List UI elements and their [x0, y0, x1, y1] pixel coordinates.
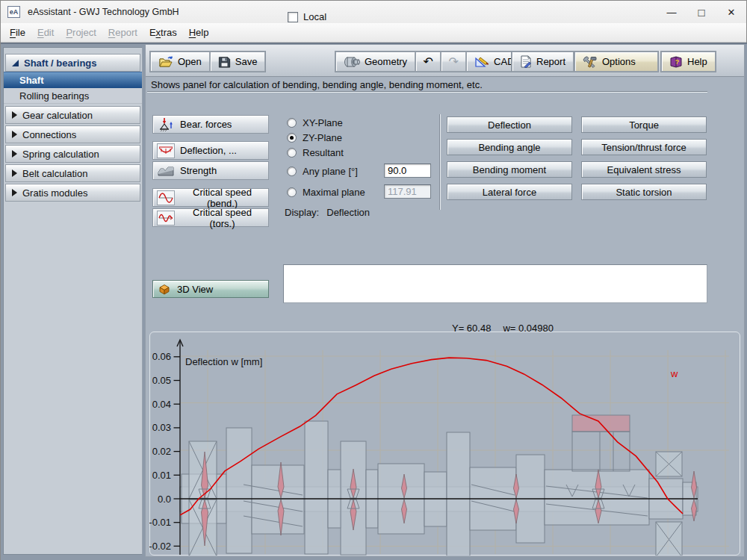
options-tools-icon: [583, 56, 598, 68]
sidebar-item-rolling-bearings[interactable]: Rolling bearings: [4, 88, 142, 104]
bearing-forces-icon: [157, 117, 175, 132]
sidebar-item-gear-calculation[interactable]: Gear calculation: [5, 106, 140, 124]
y-tick-label: -0.01: [149, 517, 171, 528]
radio-circle-selected[interactable]: [287, 133, 297, 143]
deflection-icon: [157, 143, 175, 158]
display-row: Display: Deflection: [285, 207, 370, 218]
options-button-group: Options: [574, 51, 659, 72]
local-checkbox[interactable]: [288, 12, 298, 22]
critical-speed-bending-button[interactable]: Critical speed (bend.): [152, 188, 269, 207]
y-tick-label: -0.02: [149, 541, 171, 552]
file-button-group: Open Save: [149, 51, 266, 72]
y-tick-label: 0.04: [152, 399, 171, 410]
sidebar-item-shaft[interactable]: Shaft: [4, 72, 142, 88]
y-tick-label: 0.02: [152, 446, 171, 457]
report-button-group: Report: [511, 51, 574, 72]
edit-button-group: Geometry ↶ ↷ CAD: [335, 51, 524, 72]
result-button-grid: DeflectionTorqueBending angleTension/thr…: [447, 116, 707, 200]
radio-xy-plane[interactable]: XY-Plane: [287, 117, 343, 128]
result-static-torsion-button[interactable]: Static torsion: [581, 184, 707, 200]
save-button[interactable]: Save: [210, 52, 266, 72]
y-tick-label: 0.01: [152, 470, 171, 481]
redo-button[interactable]: ↷: [441, 52, 466, 72]
radio-circle[interactable]: [287, 118, 297, 128]
undo-button[interactable]: ↶: [415, 52, 441, 72]
message-box: [283, 264, 707, 303]
radio-circle[interactable]: [287, 148, 297, 158]
menu-item-report[interactable]: Report: [102, 24, 143, 41]
window-title: eAssistant - GWJ Technology GmbH: [28, 7, 179, 17]
sidebar-item-connections[interactable]: Connections: [5, 125, 140, 143]
display-value: Deflection: [326, 207, 370, 218]
sidebar-item-label: Shaft / bearings: [24, 57, 97, 69]
result-tension-thrust-force-button[interactable]: Tension/thrust force: [581, 139, 707, 155]
cad-icon: [474, 56, 489, 68]
critical-speed-torsion-button[interactable]: Critical speed (tors.): [152, 208, 269, 227]
critical-speed-torsion-icon: [157, 211, 175, 225]
chevron-right-icon: [12, 111, 17, 119]
menu-bar: FileEditProjectReportExtrasHelp: [1, 23, 746, 43]
local-checkbox-row: Local: [288, 11, 326, 22]
options-button[interactable]: Options: [574, 52, 658, 72]
help-book-icon: ?: [669, 56, 683, 68]
result-lateral-force-button[interactable]: Lateral force: [447, 184, 572, 200]
local-checkbox-label: Local: [303, 11, 326, 22]
radio-circle[interactable]: [287, 167, 297, 176]
menu-item-project[interactable]: Project: [60, 24, 102, 41]
radio-zy-plane[interactable]: ZY-Plane: [287, 132, 342, 143]
sidebar-item-label: Rolling bearings: [19, 90, 89, 102]
menu-item-extras[interactable]: Extras: [143, 24, 183, 41]
bear-forces-button[interactable]: Bear. forces: [152, 115, 269, 134]
y-tick-label: 0.06: [152, 351, 171, 362]
series-label: w: [670, 368, 678, 379]
maximize-button[interactable]: □: [686, 1, 716, 23]
report-button[interactable]: Report: [512, 52, 574, 72]
help-button[interactable]: ? Help: [661, 52, 716, 72]
sidebar-item-label: Spring calculation: [22, 149, 99, 160]
status-description: Shows panel for calculation of bending, …: [151, 79, 483, 90]
sidebar-item-label: Belt calculation: [22, 168, 87, 179]
result-torque-button[interactable]: Torque: [581, 116, 707, 133]
open-folder-icon: [158, 56, 173, 68]
3d-view-button[interactable]: 3D View: [152, 280, 269, 298]
menu-item-edit[interactable]: Edit: [31, 24, 60, 41]
geometry-button[interactable]: Geometry: [335, 52, 415, 72]
menu-item-file[interactable]: File: [4, 24, 31, 41]
sidebar-item-label: Gear calculation: [22, 110, 93, 121]
y-tick-label: 0.05: [152, 375, 171, 386]
result-bending-angle-button[interactable]: Bending angle: [447, 139, 572, 155]
app-icon: eA: [7, 6, 20, 18]
radio-resultant[interactable]: Resultant: [287, 147, 344, 158]
menu-item-help[interactable]: Help: [183, 24, 215, 41]
geometry-shaft-icon: [344, 56, 360, 68]
radio-maximal-plane[interactable]: Maximal plane: [287, 187, 365, 198]
deflection-panel-button[interactable]: Deflection, ...: [152, 141, 269, 160]
sidebar-item-shaft-bearings[interactable]: Shaft / bearings: [5, 54, 140, 72]
sidebar-item-label: Connections: [22, 129, 76, 140]
close-button[interactable]: ✕: [716, 1, 746, 23]
y-tick-label: 0.03: [152, 422, 171, 433]
axis-title: Deflection w [mm]: [185, 356, 262, 367]
vertical-separator: [439, 114, 441, 210]
chevron-right-icon: [12, 189, 17, 196]
radio-any-plane[interactable]: Any plane [°]: [287, 166, 358, 177]
result-equivalent-stress-button[interactable]: Equivalent stress: [581, 161, 707, 178]
sidebar-item-label: Gratis modules: [22, 187, 87, 199]
shaft-drawing: [180, 415, 698, 556]
result-deflection-button[interactable]: Deflection: [447, 116, 572, 133]
sidebar-item-gratis-modules[interactable]: Gratis modules: [5, 184, 140, 202]
minimize-button[interactable]: —: [657, 1, 686, 23]
deflection-chart: 0.060.050.040.030.020.010.0-0.01-0.02Def…: [149, 332, 740, 556]
any-plane-input[interactable]: [384, 164, 431, 178]
radio-circle[interactable]: [287, 187, 297, 197]
application-window: eA eAssistant - GWJ Technology GmbH — □ …: [0, 0, 747, 560]
sidebar-item-spring-calculation[interactable]: Spring calculation: [5, 145, 140, 163]
help-button-group: ? Help: [660, 51, 716, 72]
title-bar: eA eAssistant - GWJ Technology GmbH — □ …: [1, 1, 746, 23]
sidebar-item-belt-calculation[interactable]: Belt calculation: [5, 164, 140, 182]
strength-button[interactable]: Strength: [152, 161, 269, 180]
result-bending-moment-button[interactable]: Bending moment: [447, 161, 572, 178]
open-button[interactable]: Open: [150, 52, 210, 72]
y-tick-label: 0.0: [158, 494, 171, 505]
cube-3d-icon: [158, 283, 171, 295]
